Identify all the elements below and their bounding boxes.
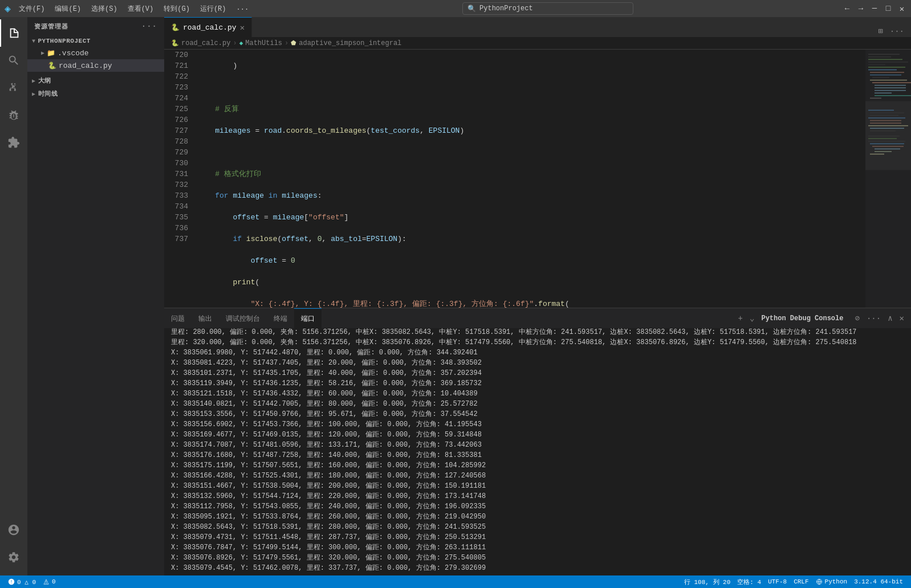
code-editor[interactable]: 720 721 722 723 724 725 726 727 728 729 … (164, 50, 865, 308)
status-language[interactable]: Python (812, 575, 851, 588)
panel-output-line: X: 3835079.4545, Y: 517462.0078, 里程: 337… (171, 563, 904, 573)
panel-output-line: X: 3835076.8926, Y: 517479.5561, 里程: 320… (171, 553, 904, 563)
panel-close-button[interactable]: ✕ (897, 312, 906, 324)
panel-output-line: X: 3835174.7087, Y: 517481.0596, 里程: 133… (171, 440, 904, 450)
timeline-section-header[interactable]: ▶ 时间线 (27, 87, 164, 100)
menu-more[interactable]: ... (232, 3, 254, 15)
svg-rect-6 (868, 67, 905, 68)
panel-output-line: X: 3835095.1921, Y: 517533.8764, 里程: 260… (171, 512, 904, 522)
menu-edit[interactable]: 编辑(E) (50, 3, 86, 15)
panel-more-button[interactable]: ··· (864, 313, 883, 324)
activity-extensions[interactable] (0, 129, 27, 156)
panel-content[interactable]: 里程: 0.000, 偏距: 0.000, 夹角: 5156.371256, 中… (164, 328, 911, 575)
code-line-724 (197, 147, 865, 158)
panel-output-line: X: 3835081.4223, Y: 517437.7405, 里程: 20.… (171, 358, 904, 368)
nav-forward-button[interactable]: → (856, 4, 865, 13)
status-spaces[interactable]: 空格: 4 (734, 575, 764, 588)
breadcrumb-class[interactable]: MathUtils (245, 39, 282, 47)
panel-output-line: X: 3835079.4731, Y: 517511.4548, 里程: 287… (171, 532, 904, 542)
sidebar-more-icon[interactable]: ··· (141, 22, 157, 31)
svg-rect-23 (868, 117, 905, 119)
activity-git[interactable] (0, 74, 27, 101)
activity-account[interactable] (0, 516, 27, 544)
search-bar[interactable]: 🔍 PythonProject (462, 2, 633, 15)
close-button[interactable]: ✕ (897, 4, 906, 13)
vscode-label: .vscode (58, 49, 89, 58)
panel-output-line: X: 3835176.1680, Y: 517487.7258, 里程: 140… (171, 450, 904, 460)
tab-road-calc[interactable]: 🐍 road_calc.py ✕ (164, 17, 252, 37)
panel-tab-terminal[interactable]: 终端 (267, 308, 294, 328)
svg-rect-26 (868, 125, 908, 126)
panel-tab-debug[interactable]: 调试控制台 (219, 308, 267, 328)
panel-output-line: X: 3835153.3556, Y: 517450.9766, 里程: 95.… (171, 409, 904, 419)
status-python-version[interactable]: 3.12.4 64-bit (851, 575, 906, 588)
more-tabs-button[interactable]: ··· (888, 26, 906, 37)
menu-select[interactable]: 选择(S) (87, 3, 122, 15)
activity-search[interactable] (0, 47, 27, 74)
editor-area: 🐍 road_calc.py ✕ ⊞ ··· 🐍 road_calc.py › … (164, 17, 911, 575)
svg-rect-1 (868, 54, 900, 55)
title-bar-left: ◈ 文件(F) 编辑(E) 选择(S) 查看(V) 转到(G) 运行(R) ..… (5, 2, 253, 15)
timeline-label: 时间线 (38, 89, 58, 98)
activity-settings[interactable] (0, 544, 27, 571)
code-content[interactable]: ) # 反算 mileages = road.coords_to_mileage… (193, 50, 865, 308)
project-expand-icon: ▼ (32, 38, 36, 44)
title-bar: ◈ 文件(F) 编辑(E) 选择(S) 查看(V) 转到(G) 运行(R) ..… (0, 0, 911, 17)
svg-rect-34 (875, 149, 900, 150)
minimize-button[interactable]: ─ (870, 4, 879, 13)
vscode-folder-icon: 📁 (47, 49, 55, 58)
breadcrumb-method[interactable]: adaptive_simpson_integral (299, 39, 401, 47)
activity-explorer[interactable] (0, 19, 27, 47)
svg-rect-12 (872, 82, 911, 83)
activity-debug[interactable] (0, 101, 27, 129)
panel-output-line: X: 3835076.7847, Y: 517499.5144, 里程: 300… (171, 542, 904, 553)
breadcrumb: 🐍 road_calc.py › ◆ MathUtils › ⬟ adaptiv… (164, 37, 911, 50)
project-section-header[interactable]: ▼ PYTHONPROJECT (27, 35, 164, 47)
panel-debug-console-label: Python Debug Console (759, 313, 845, 324)
svg-rect-25 (870, 122, 901, 124)
sidebar-item-road-calc[interactable]: 🐍 road_calc.py (27, 59, 164, 72)
svg-rect-18 (870, 98, 881, 99)
menu-goto[interactable]: 转到(G) (159, 3, 194, 15)
panel-add-terminal-button[interactable]: + (736, 313, 745, 324)
minimap-canvas (865, 50, 911, 308)
tab-bar-actions: ⊞ ··· (871, 25, 911, 37)
svg-rect-7 (868, 70, 897, 71)
main-layout: 资源管理器 ··· ▼ PYTHONPROJECT ▶ 📁 .vscode 🐍 … (0, 17, 911, 575)
menu-file[interactable]: 文件(F) (14, 3, 50, 15)
search-icon: 🔍 (467, 5, 476, 13)
title-bar-center: 🔍 PythonProject (253, 2, 843, 15)
panel-tab-actions: + ⌄ Python Debug Console ⊘ ··· ∧ ✕ (731, 312, 911, 324)
tab-close-icon[interactable]: ✕ (240, 23, 245, 32)
ln-728: 728 (169, 136, 188, 147)
sidebar-header-icons: ··· (141, 22, 157, 31)
panel-clear-button[interactable]: ⊘ (852, 312, 861, 324)
svg-rect-36 (870, 154, 884, 155)
status-encoding[interactable]: UTF-8 (764, 575, 790, 588)
maximize-button[interactable]: □ (884, 4, 893, 13)
panel-launch-profile-button[interactable]: ⌄ (747, 312, 757, 324)
status-bar: 0 △ 0 0 行 108, 列 20 空格: 4 UTF-8 CRLF Pyt… (0, 575, 911, 588)
svg-rect-10 (872, 77, 889, 78)
status-errors[interactable]: 0 △ 0 (5, 575, 39, 588)
code-line-729: offset = 0 (197, 255, 865, 266)
panel-tab-problems[interactable]: 问题 (164, 308, 192, 328)
svg-rect-27 (870, 128, 904, 129)
status-warnings[interactable]: 0 (39, 575, 59, 588)
status-position[interactable]: 行 108, 列 20 (681, 575, 734, 588)
status-eol[interactable]: CRLF (790, 575, 812, 588)
nav-back-button[interactable]: ← (843, 4, 852, 13)
panel-tab-ports[interactable]: 端口 (294, 308, 322, 328)
line-numbers: 720 721 722 723 724 725 726 727 728 729 … (164, 50, 193, 308)
panel-maximize-button[interactable]: ∧ (885, 312, 894, 324)
breadcrumb-file[interactable]: road_calc.py (181, 39, 230, 47)
tab-label: road_calc.py (183, 23, 237, 32)
code-line-728: if isclose(offset, 0, abs_tol=EPSILON): (197, 234, 865, 244)
split-editor-button[interactable]: ⊞ (876, 25, 885, 37)
sidebar-item-vscode[interactable]: ▶ 📁 .vscode (27, 47, 164, 59)
menu-view[interactable]: 查看(V) (123, 3, 158, 15)
menu-run[interactable]: 运行(R) (196, 3, 231, 15)
panel-tab-output[interactable]: 输出 (192, 308, 219, 328)
outline-section-header[interactable]: ▶ 大纲 (27, 74, 164, 87)
code-line-720: ) (197, 60, 865, 71)
